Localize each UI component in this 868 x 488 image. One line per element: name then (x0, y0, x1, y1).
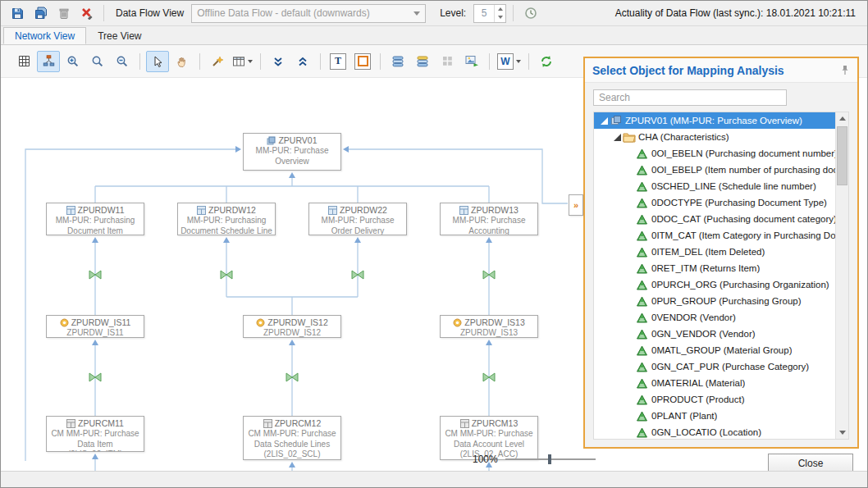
diagram-node-zpurdw12[interactable]: ZPURDW12MM-PUR: Purchasing Document Sche… (177, 203, 276, 235)
tree-item[interactable]: 0OI_EBELP (Item number of purchasing doc… (594, 162, 835, 178)
tree-item[interactable]: 0ITEM_DEL (Item Deleted) (594, 244, 835, 260)
diagram-node-zpurdw_is13[interactable]: ZPURDW_IS13ZPURDW_IS13 (440, 315, 538, 338)
zoom-in-button[interactable] (62, 51, 85, 72)
grid-button[interactable] (12, 51, 35, 72)
magic-wand-icon (211, 55, 224, 68)
search-input[interactable] (593, 89, 787, 106)
node-subtitle: ZPURDW_IS13 (443, 328, 535, 338)
expand-toggle-icon[interactable] (599, 117, 609, 125)
details-grid-button[interactable] (436, 51, 459, 72)
select-tool-button[interactable] (146, 51, 169, 72)
tree-scrollbar[interactable] (835, 112, 848, 439)
diagram-node-zpurdw11[interactable]: ZPURDW11MM-PUR: Purchasing Document Item (46, 203, 144, 235)
tree-item[interactable]: CHA (Characteristics) (594, 129, 835, 145)
hierarchy-layout-button[interactable] (37, 51, 60, 72)
tree-item[interactable]: 0OI_EBELN (Purchasing document number) (594, 145, 835, 162)
zoom-slider-handle[interactable] (548, 454, 551, 464)
swimlanes-button[interactable] (231, 51, 254, 72)
tree-item[interactable]: 0MATL_GROUP (Material Group) (594, 342, 835, 358)
auto-arrange-button[interactable] (206, 51, 229, 72)
tree-container: ZPURV01 (MM-PUR: Purchase Overview)CHA (… (593, 112, 849, 440)
zoom-original-button[interactable] (86, 51, 109, 72)
toolbar-separator (320, 53, 321, 70)
node-subtitle: ZPURDW_IS11 (49, 328, 141, 338)
diagram-node-zpurdw_is11[interactable]: ZPURDW_IS11ZPURDW_IS11 (46, 315, 144, 338)
scroll-up-button[interactable] (836, 112, 848, 125)
characteristic-icon (635, 296, 649, 307)
diagram-node-zpurdw22[interactable]: ZPURDW22MM-PUR: Purchase Order Delivery … (308, 203, 407, 235)
diagram-node-zpurcm12[interactable]: ZPURCM12CM MM-PUR: Purchase Data Schedul… (243, 416, 341, 460)
pin-button[interactable] (840, 65, 850, 75)
expand-toggle-icon[interactable] (612, 134, 622, 141)
close-button[interactable]: Close (768, 454, 853, 472)
zoom-level-label: 100% (473, 454, 498, 465)
characteristic-icon (635, 427, 649, 438)
expand-all-icon (272, 56, 284, 67)
tree-item[interactable]: 0PLANT (Plant) (594, 408, 835, 424)
data-flow-dropdown[interactable]: Offline Data Flow - default (downwards) (191, 4, 426, 23)
tree-item[interactable]: 0PRODUCT (Product) (594, 391, 835, 408)
show-infoproviders-button[interactable] (386, 51, 409, 72)
node-id: ZPURDW13 (471, 205, 519, 216)
spinner-down-button[interactable] (495, 13, 505, 22)
diagram-node-zpurdw13[interactable]: ZPURDW13MM-PUR: Purchase Accounting (440, 203, 538, 235)
view-tabbar: Network View Tree View (1, 26, 867, 45)
tree-item[interactable]: ZPURV01 (MM-PUR: Purchase Overview) (594, 112, 835, 129)
tree-item[interactable]: 0GN_CAT_PUR (Purchase Category) (594, 358, 835, 375)
tree-item[interactable]: 0RET_ITM (Returns Item) (594, 260, 835, 276)
save-button[interactable] (7, 3, 28, 24)
node-subtitle: CM MM-PUR: Purchase Data Schedule Lines … (246, 429, 338, 460)
highlight-frame-button[interactable] (351, 51, 374, 72)
zoom-slider[interactable] (505, 458, 596, 460)
expand-all-button[interactable] (267, 51, 290, 72)
text-mode-button[interactable]: T (327, 51, 349, 72)
chevron-down-icon (413, 11, 420, 16)
spinner-up-button[interactable] (495, 5, 505, 14)
characteristic-icon (635, 148, 649, 159)
tab-tree-view[interactable]: Tree View (86, 27, 153, 44)
tree-item-label: 0SCHED_LINE (Schedule line number) (651, 181, 816, 191)
tree-item[interactable]: 0DOCTYPE (Purchasing Document Type) (594, 194, 835, 211)
grid-icon (18, 55, 30, 67)
scroll-down-button[interactable] (836, 426, 848, 439)
schedule-clock-button[interactable] (520, 3, 541, 24)
characteristic-icon (635, 198, 649, 208)
zoom-out-button[interactable] (111, 51, 134, 72)
refresh-button[interactable] (535, 51, 558, 72)
save-all-button[interactable] (30, 3, 51, 24)
tree-item[interactable]: 0DOC_CAT (Puchasing document category) (594, 211, 835, 227)
diagram-node-zpurdw_is12[interactable]: ZPURDW_IS12ZPURDW_IS12 (243, 315, 341, 338)
level-spinner[interactable]: 5 (473, 4, 506, 23)
collapse-all-button[interactable] (291, 51, 314, 72)
tree-item[interactable]: 0PURCH_ORG (Purchasing Organization) (594, 276, 835, 293)
delete-button[interactable] (53, 3, 74, 24)
pan-tool-button[interactable] (171, 51, 194, 72)
remove-data-flow-button[interactable] (76, 3, 97, 24)
tree-item[interactable]: 0GN_VENDOR (Vendor) (594, 326, 835, 342)
diagram-node-zpurv01[interactable]: ZPURV01MM-PUR: Purchase Overview (243, 133, 341, 171)
characteristic-icon (635, 362, 649, 372)
tree-item[interactable]: 0MATERIAL (Material) (594, 375, 835, 391)
tree-item[interactable]: 0VENDOR (Vendor) (594, 309, 835, 326)
collapsed-node-marker[interactable]: » (569, 194, 583, 216)
tab-network-view[interactable]: Network View (3, 27, 86, 44)
infoprovider-node-icon (267, 136, 276, 145)
workbook-button[interactable]: W (496, 51, 523, 72)
tree-item-label: 0MATL_GROUP (Material Group) (651, 345, 792, 355)
tree-item[interactable]: 0PUR_GROUP (Purchasing Group) (594, 293, 835, 309)
swimlanes-icon (232, 56, 245, 67)
tree-item[interactable]: 0GN_LOCATIO (Location) (594, 424, 835, 439)
tree-item[interactable]: 0SCHED_LINE (Schedule line number) (594, 178, 835, 194)
trash-icon (58, 7, 70, 20)
scrollbar-track[interactable] (836, 125, 848, 426)
node-id: ZPURDW12 (208, 205, 256, 216)
node-subtitle: MM-PUR: Purchase Accounting (443, 216, 535, 235)
export-image-button[interactable] (460, 51, 483, 72)
diagram-node-zpurcm11[interactable]: ZPURCM11CM MM-PUR: Purchase Data Item (2… (46, 416, 144, 452)
scrollbar-thumb[interactable] (837, 126, 847, 185)
tree-item[interactable]: 0ITM_CAT (Item Category in Purchasing Do… (594, 227, 835, 244)
tree-item-label: 0GN_LOCATIO (Location) (651, 427, 761, 437)
characteristic-icon (635, 345, 649, 356)
show-persistency-button[interactable] (411, 51, 434, 72)
zoom-in-icon (66, 55, 80, 68)
